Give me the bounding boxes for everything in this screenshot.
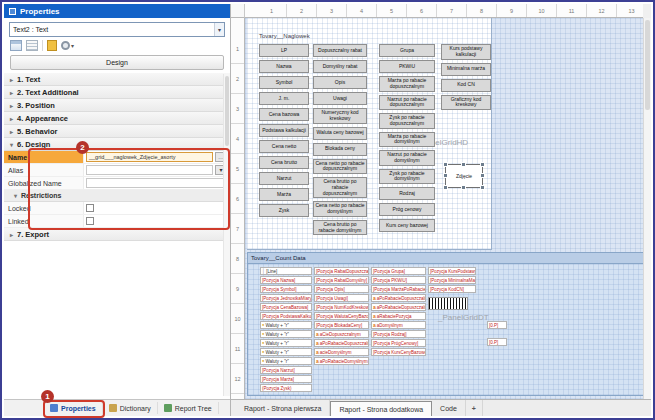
data-cell[interactable]: aPoRabacieDomyślnym	[314, 357, 369, 365]
section-row[interactable]: ▸ 3. Position	[4, 99, 230, 112]
data-cell[interactable]: [Pozycja KodCN]	[428, 285, 476, 293]
page-tab[interactable]: Raport - Strona dodatkowa	[330, 401, 432, 416]
data-cell[interactable]: [Pozycja WalutaCenyBazowej]	[314, 312, 369, 320]
data-cell[interactable]: [Pozycja MarżaPoRabacie]	[371, 285, 426, 293]
data-cell[interactable]: [Pozycja BlokadaCeny]	[314, 321, 369, 329]
selection-handle[interactable]	[480, 162, 485, 167]
data-cell[interactable]: [Pozycja Uwagi]	[314, 294, 369, 302]
data-cell[interactable]: [Pozycja CenaBazowa]	[260, 303, 312, 311]
data-cell[interactable]: [Pozycja RabatDomyślny]	[314, 276, 369, 284]
header-cell[interactable]: Dopuszczalny rabat	[313, 44, 367, 57]
header-cell[interactable]: Zysk po rabacie dopuszczalnym	[379, 113, 435, 129]
header-cell[interactable]: Próg cenowy	[379, 203, 435, 216]
data-cell[interactable]: [Pozycja PrógCenowy]	[371, 339, 426, 347]
header-cell[interactable]: Graficzny kod kreskowy	[441, 95, 491, 111]
header-band-label[interactable]: Tovary__Naglowek	[259, 33, 310, 39]
header-cell[interactable]: Rodzaj	[379, 187, 435, 200]
selection-handle[interactable]	[461, 185, 466, 190]
page-tab[interactable]: Raport - Strona pierwsza	[236, 400, 330, 416]
data-cell[interactable]: [0.P]	[487, 321, 507, 329]
data-cell[interactable]: [Pozycja Symbol]	[260, 285, 312, 293]
gear-icon[interactable]: ▾	[61, 41, 74, 50]
header-cell[interactable]: Waluta ceny bazowej	[313, 127, 367, 140]
selection-handle[interactable]	[480, 173, 485, 178]
header-cell[interactable]: Cena netto po rabacie domyślnym	[313, 201, 367, 217]
paint-icon[interactable]	[47, 40, 57, 51]
name-input[interactable]: __grid___naglowek_Zdjęcie_asorty	[86, 152, 213, 162]
data-cell[interactable]: [Pozycja Narzut]	[260, 366, 312, 374]
design-button[interactable]: Design	[10, 55, 224, 70]
chevron-down-icon[interactable]: ▾	[214, 23, 224, 36]
properties-panel-header[interactable]: Properties	[4, 4, 230, 18]
header-cell[interactable]: Marża po rabacie domyślnym	[379, 132, 435, 148]
header-cell[interactable]: Zysk po rabacie domyślnym	[379, 169, 435, 185]
data-cell[interactable]: aRabaciePozycja	[371, 312, 426, 320]
header-cell[interactable]: Nazwa	[259, 60, 309, 73]
property-row-name[interactable]: Name __grid___naglowek_Zdjęcie_asorty …	[4, 151, 230, 164]
canvas-scrollbar[interactable]	[643, 18, 651, 399]
page-tab[interactable]: Code	[432, 400, 466, 416]
category-view-icon[interactable]	[10, 40, 22, 51]
header-cell[interactable]: Narzut po rabacie domyślnym	[379, 150, 435, 166]
property-row-globalized-name[interactable]: Globalized Name	[4, 177, 230, 190]
data-cell[interactable]: acieDomyślnym	[314, 348, 369, 356]
header-cell[interactable]: Kurs ceny bazowej	[379, 219, 435, 232]
data-cell[interactable]: (Pozycja Zysk)	[260, 384, 312, 392]
header-cell[interactable]: Uwagi	[313, 92, 367, 105]
section-row[interactable]: ▸ 1. Text	[4, 73, 230, 86]
header-cell[interactable]: Cena brutto po rabacie dopuszczalnym	[313, 177, 367, 198]
section-row[interactable]: ▸ 2. Text Additional	[4, 86, 230, 99]
page-tab[interactable]: +	[466, 400, 483, 416]
section-row-design[interactable]: ▾ 6. Design	[4, 138, 230, 151]
data-cell[interactable]: [Pozycja NumKodKreskowy]	[314, 303, 369, 311]
header-cell[interactable]: LP	[259, 44, 309, 57]
data-cell[interactable]: aPoRabacieDopuszczalnym	[371, 294, 426, 302]
header-cell[interactable]: Kurs podstawy kalkulacji	[441, 44, 491, 60]
data-cell[interactable]: [Pozycja Grupa]	[371, 267, 426, 275]
data-cell[interactable]: [Pozycja Rodzaj]	[371, 330, 426, 338]
report-canvas[interactable]: Tovary__Naglowek PanelGridHD LPNazwaSymb…	[245, 18, 643, 399]
selection-handle[interactable]	[480, 185, 485, 190]
selection-handle[interactable]	[443, 185, 448, 190]
data-cell[interactable]: Waluty + "r"	[260, 330, 312, 338]
header-cell[interactable]: Narzut po rabacie dopuszczalnym	[379, 95, 435, 111]
header-cell[interactable]: Opis	[313, 76, 367, 89]
selection-handle[interactable]	[443, 162, 448, 167]
data-cell[interactable]: aPoRabacieDopuszczalnym	[371, 303, 426, 311]
data-cell[interactable]: [Pozycja JednostkaMiary]	[260, 294, 312, 302]
header-cell[interactable]: Cena brutto po rabacie domyślnym	[313, 220, 367, 236]
header-cell[interactable]: Domyślny rabat	[313, 60, 367, 73]
data-cell[interactable]: [Pozycja Opis]	[314, 285, 369, 293]
sort-icon[interactable]	[26, 40, 38, 51]
data-cell[interactable]: aPoRabacieDopuszczalnym	[314, 339, 369, 347]
header-cell[interactable]: Minimalna marża	[441, 63, 491, 76]
header-cell[interactable]: Kod CN	[441, 79, 491, 92]
data-cell[interactable]: [Pozycja KursCenyBazowej]	[371, 348, 426, 356]
header-cell[interactable]: Cena bazowa	[259, 108, 309, 121]
header-cell[interactable]: Podstawa kalkulacji	[259, 124, 309, 137]
data-cell[interactable]: Waluty + "r"	[260, 321, 312, 329]
scrollbar-thumb[interactable]	[225, 76, 229, 146]
header-cell[interactable]: J. m.	[259, 92, 309, 105]
alias-input[interactable]	[86, 165, 213, 175]
data-band-header[interactable]: Tovary__Count Data	[248, 253, 643, 264]
header-cell[interactable]: Numeryczny kod kreskowy	[313, 108, 367, 124]
data-cell[interactable]: [Line]	[260, 267, 312, 275]
section-row[interactable]: ▸ 4. Appearance	[4, 112, 230, 125]
data-band-panel[interactable]: Tovary__Count Data _PanelGridDT [Line]	[247, 252, 643, 396]
data-cell[interactable]: [0.P]	[487, 338, 507, 346]
data-cell[interactable]: [Pozycja KursPodstawyKalkulacji]	[428, 267, 476, 275]
selection-handle[interactable]	[443, 173, 448, 178]
data-cell[interactable]: Waluty + "r"	[260, 339, 312, 347]
header-cell[interactable]: Symbol	[259, 76, 309, 89]
header-cell[interactable]: Marża po rabacie dopuszczalnym	[379, 76, 435, 92]
linked-checkbox[interactable]	[86, 217, 94, 225]
selection-handle[interactable]	[461, 162, 466, 167]
header-cell[interactable]: Cena netto	[259, 140, 309, 153]
data-cell[interactable]: [Pozycja RabatDopuszczalny]	[314, 267, 369, 275]
header-cell[interactable]: Blokada ceny	[313, 143, 367, 156]
object-selector-dropdown[interactable]: Text2 : Text ▾	[9, 22, 225, 37]
data-cell[interactable]: Waluty + "r"	[260, 357, 312, 365]
data-cell[interactable]: [Pozycja Nazwa]	[260, 276, 312, 284]
restrictions-subsection[interactable]: ▾ Restrictions	[4, 190, 230, 202]
